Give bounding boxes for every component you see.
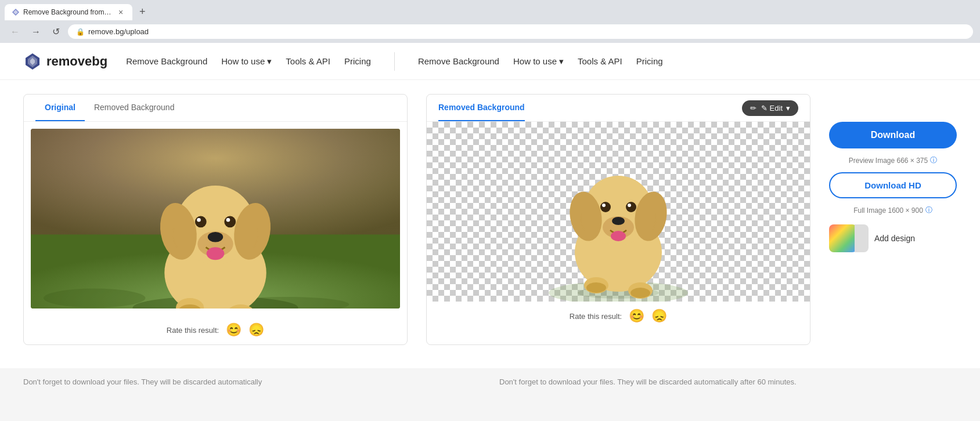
download-button[interactable]: Download xyxy=(829,122,957,148)
rate-label-right: Rate this result: xyxy=(570,312,622,321)
svg-point-38 xyxy=(611,231,626,241)
happy-rating-left[interactable]: 😊 xyxy=(226,322,242,337)
sidebar: Download Preview Image 666 × 375 ⓘ Downl… xyxy=(829,94,957,345)
svg-point-15 xyxy=(208,232,223,242)
svg-point-20 xyxy=(207,247,225,260)
nav-tools-api-1[interactable]: Tools & API xyxy=(286,56,330,66)
nav-how-to-use-1[interactable]: How to use ▾ xyxy=(221,56,272,67)
full-info-icon[interactable]: ⓘ xyxy=(925,205,932,215)
nav-pricing-2[interactable]: Pricing xyxy=(636,56,663,66)
nav-divider xyxy=(394,52,395,71)
original-image-area xyxy=(24,122,407,315)
tab-removed-bg-right[interactable]: Removed Background xyxy=(438,95,525,121)
chevron-down-icon: ▾ xyxy=(267,56,272,67)
svg-point-18 xyxy=(197,218,201,222)
svg-point-34 xyxy=(600,202,611,212)
design-thumbnail-stack xyxy=(829,224,869,252)
chevron-down-icon-2: ▾ xyxy=(559,56,564,67)
chevron-edit-icon: ▾ xyxy=(786,104,790,112)
result-container: Original Removed Background xyxy=(23,94,957,345)
navbar: removebg Remove Background How to use ▾ … xyxy=(0,43,980,80)
forward-button[interactable]: → xyxy=(28,24,44,39)
svg-point-36 xyxy=(602,204,606,207)
footer-note: Don't forget to download your files. The… xyxy=(0,368,980,395)
svg-point-17 xyxy=(224,216,236,228)
edit-button[interactable]: ✏ ✎ Edit ▾ xyxy=(742,100,798,116)
original-rating-row: Rate this result: 😊 😞 xyxy=(24,315,407,344)
url-text: remove.bg/upload xyxy=(88,27,149,36)
main-content: Original Removed Background xyxy=(0,80,980,368)
removed-dog-svg xyxy=(427,122,810,302)
nav-links-primary: Remove Background How to use ▾ Tools & A… xyxy=(126,56,371,67)
pencil-icon: ✏ xyxy=(750,104,756,112)
original-dog-image xyxy=(31,129,400,309)
removed-bg-image-area xyxy=(427,122,810,302)
tab-bar: Remove Background from Image × + xyxy=(0,0,980,20)
sad-rating-right[interactable]: 😞 xyxy=(651,309,667,324)
svg-point-41 xyxy=(586,282,606,293)
removed-bg-header: Removed Background ✏ ✎ Edit ▾ xyxy=(427,95,810,122)
page: removebg Remove Background How to use ▾ … xyxy=(0,43,980,395)
logo-icon xyxy=(23,52,42,71)
svg-point-42 xyxy=(630,288,650,298)
happy-rating-right[interactable]: 😊 xyxy=(629,309,644,324)
tab-close-button[interactable]: × xyxy=(116,8,125,17)
download-hd-button[interactable]: Download HD xyxy=(829,172,957,198)
back-button[interactable]: ← xyxy=(7,24,23,39)
browser-toolbar: ← → ↺ 🔒 remove.bg/upload xyxy=(0,20,980,43)
nav-tools-api-2[interactable]: Tools & API xyxy=(578,56,622,66)
removed-rating-row: Rate this result: 😊 😞 xyxy=(427,302,810,331)
add-design-label: Add design xyxy=(874,234,915,243)
nav-remove-bg-1[interactable]: Remove Background xyxy=(126,56,207,66)
address-bar[interactable]: 🔒 remove.bg/upload xyxy=(68,24,973,39)
sad-rating-left[interactable]: 😞 xyxy=(248,322,264,337)
svg-point-16 xyxy=(195,216,207,228)
svg-point-37 xyxy=(628,204,631,207)
nav-links-secondary: Remove Background How to use ▾ Tools & A… xyxy=(418,56,663,67)
footer-text-2: Don't forget to download your files. The… xyxy=(499,378,957,386)
refresh-button[interactable]: ↺ xyxy=(49,24,63,39)
active-tab[interactable]: Remove Background from Image × xyxy=(5,4,132,20)
image-tabs-left: Original Removed Background xyxy=(24,95,407,122)
rate-label-left: Rate this result: xyxy=(167,326,219,335)
logo-text: removebg xyxy=(46,54,107,69)
svg-point-35 xyxy=(626,202,636,212)
design-icon xyxy=(829,224,857,252)
footer-text-1: Don't forget to download your files. The… xyxy=(23,378,481,386)
tab-favicon xyxy=(12,8,20,16)
removed-bg-panel: Removed Background ✏ ✎ Edit ▾ xyxy=(426,94,810,345)
svg-point-19 xyxy=(226,218,230,222)
logo[interactable]: removebg xyxy=(23,52,107,71)
tab-original[interactable]: Original xyxy=(35,95,85,121)
svg-point-7 xyxy=(44,289,145,308)
browser-chrome: Remove Background from Image × + ← → ↺ 🔒… xyxy=(0,0,980,43)
design-icon-secondary xyxy=(855,224,869,252)
nav-remove-bg-2[interactable]: Remove Background xyxy=(418,56,499,66)
tab-removed-bg-left[interactable]: Removed Background xyxy=(85,95,184,121)
nav-how-to-use-2[interactable]: How to use ▾ xyxy=(513,56,564,67)
new-tab-button[interactable]: + xyxy=(135,3,150,20)
original-panel: Original Removed Background xyxy=(23,94,408,345)
tab-title: Remove Background from Image xyxy=(23,8,113,16)
removed-dog-container xyxy=(427,122,810,302)
preview-info-icon[interactable]: ⓘ xyxy=(930,155,937,165)
original-image-svg xyxy=(31,129,400,309)
svg-point-33 xyxy=(612,217,625,225)
lock-icon: 🔒 xyxy=(76,28,85,36)
nav-pricing-1[interactable]: Pricing xyxy=(344,56,371,66)
add-design-widget[interactable]: Add design xyxy=(829,222,957,255)
preview-info: Preview Image 666 × 375 ⓘ xyxy=(829,155,957,165)
full-image-info: Full Image 1600 × 900 ⓘ xyxy=(829,205,957,215)
